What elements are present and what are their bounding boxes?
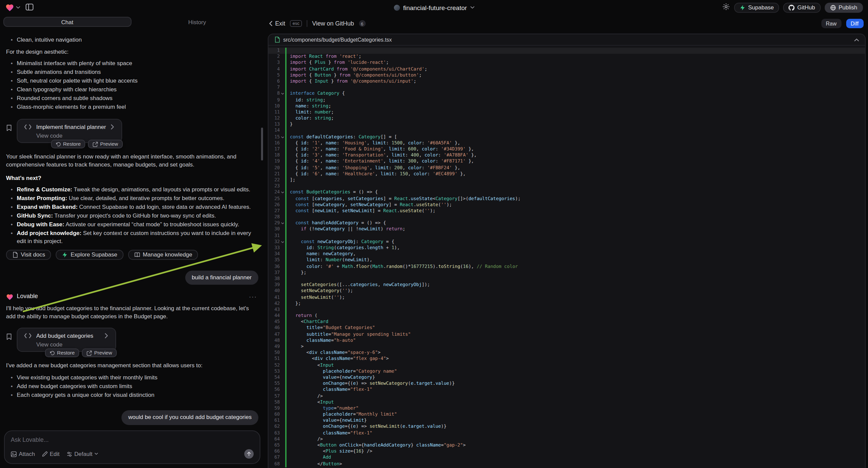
view-on-github-link[interactable]: View on GitHub <box>312 20 354 27</box>
chat-scrollbar[interactable] <box>261 127 263 160</box>
code-line[interactable]: 42 }; <box>269 300 865 306</box>
code-line[interactable]: 43 <box>269 307 865 313</box>
tab-history[interactable]: History <box>133 17 261 27</box>
code-line[interactable]: 36 color: '#' + Math.floor(Math.random()… <box>269 264 865 270</box>
restore-button[interactable]: Restore <box>51 140 86 148</box>
code-line[interactable]: 30 if (!newCategory || !newLimit) return… <box>269 227 865 233</box>
code-line[interactable]: 33 id: String(categories.length + 1), <box>269 245 865 251</box>
code-line[interactable]: 29 const handleAddCategory = () => { <box>269 221 865 227</box>
code-line[interactable]: 10 name: string; <box>269 103 865 109</box>
code-line[interactable]: 48 className="h-auto" <box>269 338 865 344</box>
explore-supabase-button[interactable]: Explore Supabase <box>56 250 123 260</box>
code-line[interactable]: 38 <box>269 276 865 282</box>
code-line[interactable]: 65 <Button onClick={handleAddCategory} c… <box>269 442 865 448</box>
code-line[interactable]: 47 subtitle="Manage your spending limits… <box>269 331 865 338</box>
version-card[interactable]: Implement financial plannerView codeRest… <box>17 119 122 143</box>
code-line[interactable]: 50 <div className="space-y-6"> <box>269 350 865 356</box>
preview-button[interactable]: Preview <box>82 349 117 357</box>
settings-button[interactable] <box>722 1 730 13</box>
code-line[interactable]: 68 </Button> <box>269 461 865 467</box>
preview-button[interactable]: Preview <box>88 140 123 148</box>
visit-docs-button[interactable]: Visit docs <box>6 250 51 260</box>
code-line[interactable]: 2import React from 'react'; <box>269 54 865 60</box>
code-line[interactable]: 16 { id: '1', name: 'Housing', limit: 15… <box>269 140 865 146</box>
view-code-link[interactable]: View code <box>36 342 109 348</box>
code-line[interactable]: 46 title="Budget Categories" <box>269 325 865 331</box>
toggle-sidebar-button[interactable] <box>26 1 34 13</box>
code-line[interactable]: 60 placeholder="Monthly limit" <box>269 412 865 418</box>
code-line[interactable]: 49 > <box>269 344 865 350</box>
code-line[interactable]: 39 setCategories([...categories, newCate… <box>269 282 865 288</box>
code-line[interactable]: 4import ChartCard from '@/components/ui/… <box>269 66 865 72</box>
code-line[interactable]: 21 { id: '6', name: 'Healthcare', limit:… <box>269 171 865 177</box>
code-line[interactable]: 53 placeholder="Category name" <box>269 369 865 375</box>
code-line[interactable]: 37 }; <box>269 270 865 276</box>
code-line[interactable]: 18 { id: '3', name: 'Transportation', li… <box>269 152 865 158</box>
code-line[interactable]: 8interface Category { <box>269 91 865 97</box>
code-line[interactable]: 12 color: string; <box>269 116 865 121</box>
chevron-up-icon[interactable] <box>854 38 859 41</box>
code-line[interactable]: 15const defaultCategories: Category[] = … <box>269 134 865 140</box>
code-line[interactable]: 67 Add <box>269 455 865 461</box>
code-line[interactable]: 26 const [newCategory, setNewCategory] =… <box>269 202 865 208</box>
project-menu-button[interactable]: financial-future-creator <box>394 4 474 11</box>
raw-button[interactable]: Raw <box>821 19 841 28</box>
code-line[interactable]: 31 <box>269 233 865 239</box>
code-line[interactable]: 22]; <box>269 177 865 183</box>
version-card-header[interactable]: Implement financial planner <box>24 123 115 131</box>
lovable-logo-button[interactable] <box>5 3 20 11</box>
tab-chat[interactable]: Chat <box>3 17 131 27</box>
code-line[interactable]: 9 id: string; <box>269 97 865 103</box>
fold-icon[interactable] <box>280 134 285 140</box>
mode-selector[interactable]: Default <box>66 450 98 457</box>
code-line[interactable]: 14 <box>269 128 865 134</box>
code-line[interactable]: 56 className="flex-1" <box>269 387 865 393</box>
code-line[interactable]: 45 <ChartCard <box>269 319 865 325</box>
code-line[interactable]: 23 <box>269 183 865 189</box>
code-line[interactable]: 1 <box>269 48 865 54</box>
code-line[interactable]: 25 const [categories, setCategories] = R… <box>269 196 865 202</box>
code-line[interactable]: 51 <div className="flex gap-4"> <box>269 356 865 362</box>
code-line[interactable]: 54 value={newCategory} <box>269 375 865 381</box>
supabase-button[interactable]: Supabase <box>734 2 779 12</box>
chat-input[interactable] <box>11 436 254 443</box>
attach-button[interactable]: Attach <box>11 450 35 457</box>
code-line[interactable]: 13} <box>269 122 865 128</box>
code-line[interactable]: 61 value={newLimit} <box>269 418 865 424</box>
code-line[interactable]: 20 { id: '5', name: 'Shopping', limit: 2… <box>269 165 865 171</box>
code-line[interactable]: 64 /> <box>269 436 865 442</box>
code-line[interactable]: 58 <Input <box>269 399 865 405</box>
fold-icon[interactable] <box>280 221 285 227</box>
code-line[interactable]: 44 return ( <box>269 313 865 319</box>
restore-button[interactable]: Restore <box>45 349 80 357</box>
github-button[interactable]: GitHub <box>783 2 820 12</box>
code-line[interactable]: 40 setNewCategory(''); <box>269 288 865 294</box>
version-card-header[interactable]: Add budget categories <box>24 332 109 340</box>
code-editor[interactable]: 12import React from 'react';3import { Pl… <box>269 46 865 468</box>
diff-button[interactable]: Diff <box>846 19 863 28</box>
send-button[interactable] <box>244 449 254 459</box>
code-line[interactable]: 17 { id: '2', name: 'Food & Dining', lim… <box>269 146 865 152</box>
code-line[interactable]: 34 name: newCategory, <box>269 251 865 257</box>
exit-button[interactable]: Exit <box>269 20 285 27</box>
code-line[interactable]: 35 limit: Number(newLimit), <box>269 258 865 264</box>
fold-icon[interactable] <box>280 91 285 97</box>
code-line[interactable]: 52 <Input <box>269 362 865 368</box>
message-menu-button[interactable]: ··· <box>249 293 258 300</box>
code-line[interactable]: 57 /> <box>269 393 865 399</box>
fold-icon[interactable] <box>280 239 285 245</box>
code-line[interactable]: 11 limit: number; <box>269 110 865 116</box>
code-line[interactable]: 62 onChange={(e) => setNewLimit(e.target… <box>269 424 865 430</box>
code-line[interactable]: 32 const newCategoryObj: Category = { <box>269 239 865 245</box>
view-code-link[interactable]: View code <box>36 132 115 139</box>
code-line[interactable]: 28 <box>269 214 865 220</box>
code-line[interactable]: 27 const [newLimit, setNewLimit] = React… <box>269 208 865 214</box>
code-line[interactable]: 19 { id: '4', name: 'Entertainment', lim… <box>269 159 865 165</box>
code-line[interactable]: 7 <box>269 85 865 91</box>
manage-knowledge-button[interactable]: Manage knowledge <box>128 250 198 260</box>
code-line[interactable]: 41 setNewLimit(''); <box>269 294 865 300</box>
code-line[interactable]: 3import { Plus } from 'lucide-react'; <box>269 60 865 66</box>
fold-icon[interactable] <box>280 190 285 196</box>
code-line[interactable]: 66 <Plus size={16} /> <box>269 448 865 455</box>
file-header[interactable]: src/components/budget/BudgetCategories.t… <box>269 34 865 46</box>
